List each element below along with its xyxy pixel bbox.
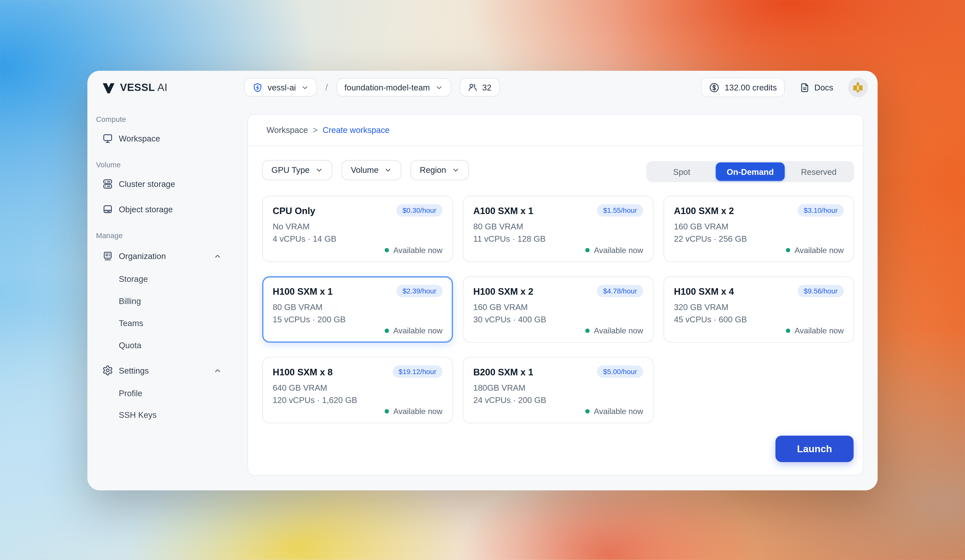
availability-dot [585,409,590,413]
tab-reserved[interactable]: Reserved [785,163,853,181]
gpu-card-availability: Available now [473,326,643,335]
pricing-tabs: Spot On-Demand Reserved [646,161,854,182]
availability-dot [585,248,590,252]
availability-dot [385,409,389,413]
avatar[interactable] [848,78,868,97]
gpu-card-cpu-only[interactable]: CPU Only$0.30/hourNo VRAM4 vCPUs · 14 GB… [262,196,453,262]
gpu-card-specs: 11 vCPUs · 128 GB [473,233,643,245]
gpu-card-a100-sxm-x-1[interactable]: A100 SXM x 1$1.55/hour80 GB VRAM11 vCPUs… [463,196,654,262]
gpu-card-title: B200 SXM x 1 [473,366,533,377]
gpu-card-specs: 24 vCPUs · 200 GB [473,394,643,407]
chevron-up-icon[interactable] [214,252,222,260]
availability-dot [585,329,590,333]
availability-dot [786,248,790,252]
gpu-card-availability: Available now [473,245,643,255]
sidebar-item-organization[interactable]: Organization [96,246,222,266]
team-switcher-label: foundation-model-team [345,83,430,92]
filter-label: GPU Type [272,166,309,175]
sidebar-section-volume: Volume [96,159,247,170]
chevron-up-icon[interactable] [214,366,222,374]
availability-dot [786,329,790,333]
tab-spot[interactable]: Spot [647,163,716,181]
gpu-card-h100-sxm-x-8[interactable]: H100 SXM x 8$19.12/hour640 GB VRAM120 vC… [262,357,453,423]
gpu-card-title: H100 SXM x 2 [473,286,533,296]
sidebar-section-manage: Manage [96,230,247,241]
gpu-card-price-badge: $0.30/hour [396,204,443,217]
availability-label: Available now [594,245,643,255]
chevron-down-icon [384,166,392,174]
gpu-card-title: A100 SXM x 2 [674,205,734,216]
gpu-card-vram: 320 GB VRAM [674,302,844,314]
gpu-card-grid: CPU Only$0.30/hourNo VRAM4 vCPUs · 14 GB… [262,196,855,423]
credits-button[interactable]: 132.00 credits [701,78,785,97]
launch-button[interactable]: Launch [775,436,854,462]
sidebar-item-workspace[interactable]: Workspace [96,129,222,148]
gpu-card-vram: 160 GB VRAM [473,302,643,314]
gpu-card-vram: 180GB VRAM [473,382,643,394]
object-storage-icon [102,204,113,215]
gpu-card-a100-sxm-x-2[interactable]: A100 SXM x 2$3.10/hour160 GB VRAM22 vCPU… [663,196,854,262]
availability-label: Available now [795,326,844,335]
gpu-card-vram: No VRAM [273,221,443,233]
breadcrumb-separator: > [313,125,318,134]
sidebar-item-object-storage[interactable]: Object storage [96,199,222,219]
sidebar-item-settings[interactable]: Settings [96,361,222,380]
availability-label: Available now [594,326,643,335]
gpu-type-filter[interactable]: GPU Type [262,160,332,180]
sidebar: Compute Workspace Volume Cluster storage [87,105,247,490]
gpu-card-availability: Available now [273,407,443,416]
gpu-card-availability: Available now [674,326,844,335]
sidebar-item-storage[interactable]: Storage [96,269,222,288]
gpu-card-availability: Available now [273,245,443,255]
breadcrumb-current[interactable]: Create workspace [323,125,389,134]
gpu-card-title: A100 SXM x 1 [473,205,533,216]
members-button[interactable]: 32 [460,78,499,96]
docs-label: Docs [815,83,833,92]
sidebar-item-quota[interactable]: Quota [96,336,222,354]
org-shield-icon [252,82,263,93]
vessl-logo: VESSLAI [102,81,168,95]
tab-on-demand[interactable]: On-Demand [716,163,785,181]
docs-button[interactable]: Docs [800,82,833,93]
gpu-card-price-badge: $3.10/hour [798,204,844,217]
gpu-card-title: CPU Only [273,205,315,216]
sidebar-item-teams[interactable]: Teams [96,314,222,332]
gpu-card-h100-sxm-x-2[interactable]: H100 SXM x 2$4.78/hour160 GB VRAM30 vCPU… [463,276,654,343]
gpu-card-availability: Available now [273,326,443,335]
path-separator: / [325,82,328,92]
sidebar-item-profile[interactable]: Profile [96,384,222,402]
vessl-logo-mark [102,82,115,94]
chevron-down-icon [451,166,460,174]
sidebar-section-compute: Compute [96,114,247,125]
filter-label: Region [420,166,446,175]
gpu-card-specs: 22 vCPUs · 256 GB [674,233,844,245]
gpu-card-vram: 80 GB VRAM [273,302,443,314]
volume-filter[interactable]: Volume [342,160,401,180]
gpu-card-h100-sxm-x-4[interactable]: H100 SXM x 4$9.56/hour320 GB VRAM45 vCPU… [663,276,854,343]
workspace-monitor-icon [102,133,113,144]
gpu-card-availability: Available now [674,245,844,255]
team-switcher[interactable]: foundation-model-team [337,78,451,96]
header-actions: 132.00 credits Docs [701,78,868,97]
breadcrumb-parent[interactable]: Workspace [267,125,308,134]
org-switcher-label: vessl-ai [268,83,296,92]
gpu-card-specs: 45 vCPUs · 600 GB [674,314,844,326]
gpu-card-b200-sxm-x-1[interactable]: B200 SXM x 1$5.00/hour180GB VRAM24 vCPUs… [463,357,654,423]
docs-icon [800,82,810,93]
sidebar-item-cluster-storage[interactable]: Cluster storage [96,174,222,194]
sidebar-item-billing[interactable]: Billing [96,292,222,310]
filter-label: Volume [351,166,378,175]
credits-icon [709,82,720,93]
gpu-card-price-badge: $9.56/hour [798,285,844,297]
breadcrumb: Workspace > Create workspace [248,114,863,146]
chevron-down-icon [301,83,309,91]
availability-dot [385,248,389,252]
stage: VESSLAI vessl-ai / foundation-model-team [0,0,965,560]
sidebar-item-ssh-keys[interactable]: SSH Keys [96,405,222,424]
gpu-card-price-badge: $1.55/hour [597,204,643,217]
gpu-card-h100-sxm-x-1[interactable]: H100 SXM x 1$2.39/hour80 GB VRAM15 vCPUs… [262,276,453,343]
region-filter[interactable]: Region [411,160,469,180]
availability-label: Available now [594,407,643,416]
org-switcher[interactable]: vessl-ai [244,78,317,96]
gpu-card-specs: 120 vCPUs · 1,620 GB [273,394,443,407]
